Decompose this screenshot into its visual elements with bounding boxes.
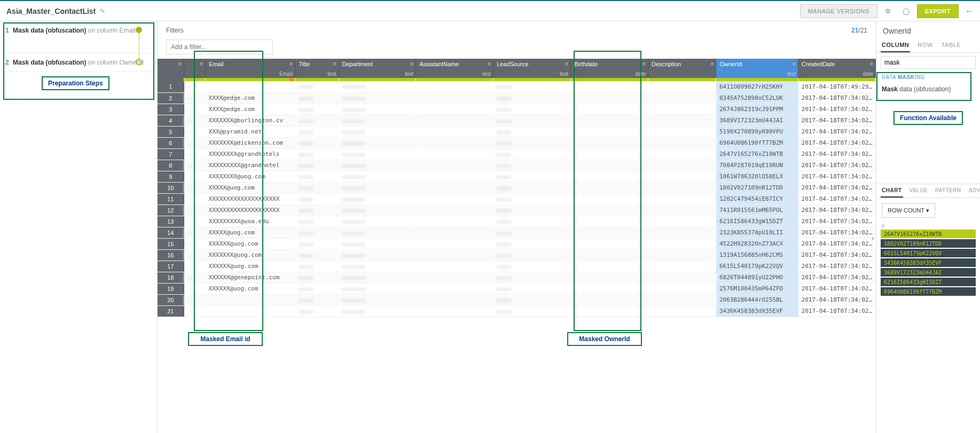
table-row[interactable]: 7—XXXXXXXX@grandhotelsxxxxxxxxxxxxxxxxxx… bbox=[158, 148, 876, 160]
col-header-email[interactable]: ≡EmailEmail bbox=[206, 59, 295, 78]
cell-createddate: 2017-04-18T07:34:02.0 bbox=[798, 272, 876, 283]
chart-bar-row[interactable]: 6216I586433gW15DZT bbox=[881, 278, 976, 286]
tab-advanced[interactable]: ADVANCED bbox=[968, 184, 980, 198]
cell-birthdate bbox=[571, 137, 648, 148]
table-row[interactable]: 1—xxxxxxxxxxxxxxxxxx6411O809027rH25KHY20… bbox=[158, 81, 876, 92]
cell-leadsource: xxxxx bbox=[493, 182, 571, 193]
table-row[interactable]: 14—XXXXX@uog.comxxxxxxxxxxxxxxxxxx2323K8… bbox=[158, 227, 876, 238]
col-header-description[interactable]: ≡Description bbox=[648, 59, 716, 78]
column-menu-icon[interactable]: ≡ bbox=[488, 61, 491, 67]
tab-chart[interactable]: CHART bbox=[881, 184, 903, 198]
cell-birthdate bbox=[571, 261, 648, 272]
column-menu-icon[interactable]: ≡ bbox=[565, 61, 568, 67]
column-menu-icon[interactable]: ≡ bbox=[290, 61, 293, 67]
column-menu-icon[interactable]: ≡ bbox=[200, 61, 203, 67]
cell-description bbox=[648, 216, 716, 227]
cell-leadsource: xxxxx bbox=[493, 104, 571, 115]
col-header-birthdate[interactable]: ≡Birthdatedate bbox=[571, 59, 648, 78]
col-header-title[interactable]: ≡Titletext bbox=[295, 59, 339, 78]
col-header[interactable]: ≡ bbox=[184, 59, 206, 78]
table-row[interactable]: 5—XXX@pyramid.netxxxxxxxxxxxxxxxxxx5190X… bbox=[158, 126, 876, 137]
cell-title: xxxxx bbox=[295, 272, 339, 283]
column-menu-icon[interactable]: ≡ bbox=[711, 61, 714, 67]
chart-bar-row[interactable]: 1802V027109nR12TDD bbox=[881, 239, 976, 248]
tab-table[interactable]: TABLE bbox=[940, 38, 962, 52]
column-menu-icon[interactable]: ≡ bbox=[411, 61, 414, 67]
cell-description bbox=[648, 126, 716, 137]
cell-description bbox=[648, 305, 716, 317]
chart-bar: 6615L540179pK22VQV bbox=[881, 249, 976, 257]
table-row[interactable]: 19—XXXXXX@uog.comxxxxxxxxxxxxxxxxxx2576M… bbox=[158, 283, 876, 294]
tab-column[interactable]: COLUMN bbox=[881, 38, 910, 52]
gear-icon[interactable]: ⚙ bbox=[881, 4, 896, 19]
collapse-right-icon[interactable]: › bbox=[868, 227, 877, 249]
col-header-assistantname[interactable]: ≡AssistantNametext bbox=[416, 59, 493, 78]
cell-assistant bbox=[416, 115, 493, 126]
collapse-left-icon[interactable]: ‹ bbox=[156, 227, 165, 249]
table-row[interactable]: 16—XXXXXXX@uog.comxxxxxxxxxxxxxxxxxx1319… bbox=[158, 249, 876, 261]
table-row[interactable]: 20—xxxxxxxxxxxxxxxxxx2063B286444rO255BL2… bbox=[158, 294, 876, 305]
rename-icon[interactable]: ✎ bbox=[100, 7, 105, 15]
column-menu-icon[interactable]: ≡ bbox=[333, 61, 336, 67]
cell-description bbox=[648, 148, 716, 160]
table-row[interactable]: 15—XXXXXX@uog.comxxxxxxxxxxxxxxxxxx4522H… bbox=[158, 238, 876, 249]
chart-bar-row[interactable]: 6615L540179pK22VQV bbox=[881, 249, 976, 257]
cell-title: xxxxx bbox=[295, 305, 339, 317]
grid-wrap[interactable]: ≡≡≡EmailEmail≡Titletext≡Departmenttext≡A… bbox=[158, 59, 876, 433]
tab-row[interactable]: ROW bbox=[916, 38, 934, 52]
cell-assistant bbox=[416, 305, 493, 317]
col-header-leadsource[interactable]: ≡LeadSourcetext bbox=[493, 59, 571, 78]
table-row[interactable]: 17—XXXXXX@uog.comxxxxxxxxxxxxxxxxxx6615L… bbox=[158, 261, 876, 272]
table-row[interactable]: 10—XXXXX@uog.comxxxxxxxxxxxxxxxxxx1802V0… bbox=[158, 182, 876, 193]
column-menu-icon[interactable]: ≡ bbox=[642, 61, 646, 67]
cell-leadsource: xxxxx bbox=[493, 283, 571, 294]
table-row[interactable]: 3—XXXX@edge.comxxxxxxxxxxxxxxxxxx2674J86… bbox=[158, 104, 876, 115]
col-header-department[interactable]: ≡Departmenttext bbox=[339, 59, 416, 78]
cell-email bbox=[206, 294, 295, 305]
help-icon[interactable]: ◯ bbox=[899, 4, 914, 19]
cell-email: XXXXXXXXX@uoa.edu bbox=[206, 216, 295, 227]
cell-ownerid: 2576M100435mP64ZFD bbox=[716, 283, 798, 294]
chart-bar-row[interactable]: 3436K458383dX35EVF bbox=[881, 258, 976, 267]
column-menu-icon[interactable]: ≡ bbox=[870, 61, 873, 67]
table-row[interactable]: 2—XXXX@edge.comxxxxxxxxxxxxxxxxxx8345A75… bbox=[158, 92, 876, 104]
cell-description bbox=[648, 227, 716, 238]
annotation-function-available: Function Available bbox=[893, 111, 963, 125]
table-row[interactable]: 12—XXXXXXXXXXXXXXXXXXXXxxxxxxxxxxxxxxxxx… bbox=[158, 204, 876, 216]
add-filter-input[interactable] bbox=[166, 40, 273, 54]
manage-versions-button[interactable]: MANAGE VERSIONS bbox=[800, 4, 877, 18]
function-item-mask-data[interactable]: Mask data (obfuscation) bbox=[876, 82, 980, 96]
export-button[interactable]: EXPORT bbox=[917, 4, 959, 18]
chart-bar-row[interactable]: 6964U086190fT77BZM bbox=[881, 287, 976, 296]
table-row[interactable]: 21—xxxxxxxxxxxxxxxxxx3436K458383dX35EVF2… bbox=[158, 305, 876, 317]
chart-bar-row[interactable]: 3689V172323mU44JAI bbox=[881, 268, 976, 277]
col-header-createddate[interactable]: ≡CreatedDatedate bbox=[798, 59, 876, 78]
cell-description bbox=[648, 182, 716, 193]
col-header-ownerid[interactable]: ≡OwnerIdtext bbox=[716, 59, 798, 78]
cell-blurred: — bbox=[184, 126, 206, 137]
table-row[interactable]: 6—XXXXXXX@dickenson.comxxxxxxxxxxxxxxxxx… bbox=[158, 137, 876, 148]
prep-step[interactable]: 1 Mask data (obfuscation) on column Emai… bbox=[0, 21, 157, 53]
table-row[interactable]: 8—XXXXXXXXX@grandhotelxxxxxxxxxxxxxxxxxx… bbox=[158, 160, 876, 171]
table-row[interactable]: 4—XXXXXXX@burlington.cvxxxxxxxxxxxxxxxxx… bbox=[158, 115, 876, 126]
cell-createddate: 2017-04-18T07:49:29.0 bbox=[798, 81, 876, 92]
cell-department: xxxxxxxx bbox=[339, 171, 416, 182]
tab-value[interactable]: VALUE bbox=[908, 184, 929, 198]
table-row[interactable]: 9—XXXXXXXX@uog.comxxxxxxxxxxxxxxxxxx1061… bbox=[158, 171, 876, 182]
tab-pattern[interactable]: PATTERN bbox=[934, 184, 962, 198]
function-search-input[interactable] bbox=[881, 56, 976, 69]
cell-birthdate bbox=[571, 204, 648, 216]
rowcount-dropdown[interactable]: ROW COUNT ▾ bbox=[882, 203, 935, 218]
prep-step[interactable]: 2 Mask data (obfuscation) on column Owne… bbox=[0, 53, 157, 72]
table-row[interactable]: 13—XXXXXXXXX@uoa.eduxxxxxxxxxxxxxxxxxx62… bbox=[158, 216, 876, 227]
cell-title: xxxxx bbox=[295, 227, 339, 238]
table-row[interactable]: 18—XXXXXX@genepoint.comxxxxxxxxxxxxxxxxx… bbox=[158, 272, 876, 283]
back-icon[interactable]: ← bbox=[965, 6, 974, 16]
cell-email: XXXXXXX@uog.com bbox=[206, 249, 295, 261]
chart-bar-row[interactable]: 2647V165276xZ10WTB bbox=[881, 230, 976, 238]
column-menu-icon[interactable]: ≡ bbox=[793, 61, 796, 67]
data-grid: ≡≡≡EmailEmail≡Titletext≡Departmenttext≡A… bbox=[158, 59, 876, 317]
cell-department: xxxxxxxx bbox=[339, 115, 416, 126]
cell-birthdate bbox=[571, 148, 648, 160]
table-row[interactable]: 11—XXXXXXXXXXXXXXXXXXXXxxxxxxxxxxxxxxxxx… bbox=[158, 193, 876, 204]
